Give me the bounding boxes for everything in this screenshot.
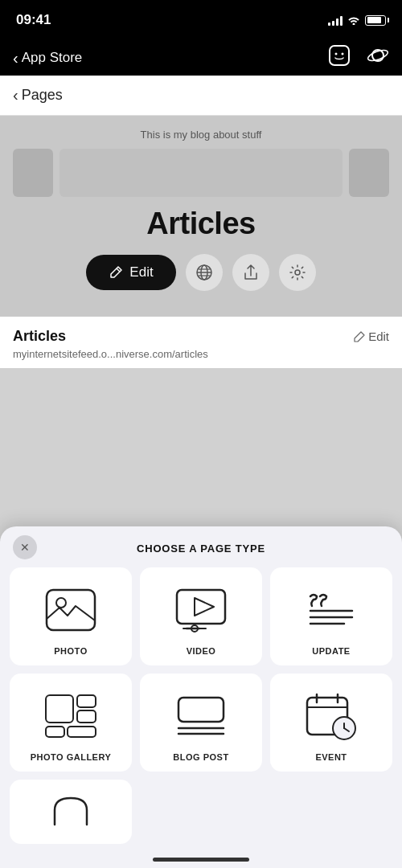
sheet-header: ✕ CHOOSE A PAGE TYPE	[0, 526, 402, 567]
page-title: Articles	[146, 207, 255, 241]
page-type-event[interactable]: EVENT	[270, 674, 392, 772]
svg-point-12	[56, 598, 66, 608]
page-info-row: Articles Edit myinternetsitefeed.o...niv…	[0, 317, 402, 368]
svg-point-1	[335, 53, 338, 55]
header-img-center	[59, 149, 343, 197]
blog-post-type-icon	[169, 688, 233, 744]
globe-button[interactable]	[186, 254, 223, 291]
gear-icon	[289, 264, 306, 281]
photo-label: PHOTO	[54, 646, 87, 656]
status-icons	[328, 14, 386, 26]
status-bar: 09:41	[0, 0, 402, 40]
page-actions: Edit	[86, 254, 315, 291]
photo-gallery-label: PHOTO GALLERY	[31, 752, 112, 762]
back-label: App Store	[22, 50, 83, 66]
edit-small-icon	[354, 331, 365, 342]
bottom-sheet: ✕ CHOOSE A PAGE TYPE PHOTO	[0, 526, 402, 868]
photo-gallery-type-icon	[39, 688, 103, 744]
svg-rect-26	[68, 727, 96, 737]
svg-rect-22	[46, 695, 73, 723]
settings-button[interactable]	[279, 254, 316, 291]
page-type-photo-gallery[interactable]: PHOTO GALLERY	[10, 674, 132, 772]
page-preview: This is my blog about stuff Articles Edi…	[0, 116, 402, 317]
pages-nav: ‹ Pages	[0, 76, 402, 116]
share-button[interactable]	[232, 254, 269, 291]
svg-rect-27	[178, 698, 224, 722]
svg-rect-0	[330, 46, 349, 65]
store-type-icon-partial	[47, 794, 95, 829]
edit-button[interactable]: Edit	[86, 255, 175, 290]
home-indicator	[153, 858, 249, 862]
page-info-url: myinternetsitefeed.o...niverse.com/artic…	[13, 348, 389, 360]
edit-pencil-icon	[109, 265, 123, 280]
page-type-update[interactable]: UPDATE	[270, 567, 392, 665]
share-icon	[243, 264, 259, 281]
svg-point-2	[342, 53, 344, 55]
pages-chevron-icon: ‹	[13, 86, 18, 104]
pages-nav-label: Pages	[22, 87, 63, 104]
header-img-left	[13, 149, 53, 197]
signal-bars-icon	[328, 14, 343, 26]
update-label: UPDATE	[312, 646, 350, 656]
planet-icon[interactable]	[367, 44, 389, 72]
status-time: 09:41	[16, 12, 51, 28]
battery-icon	[365, 15, 386, 26]
close-icon: ✕	[20, 541, 30, 554]
sheet-title: CHOOSE A PAGE TYPE	[137, 542, 265, 555]
back-chevron-icon: ‹	[13, 50, 18, 66]
page-info-name: Articles	[13, 328, 66, 345]
face-icon[interactable]	[328, 44, 351, 72]
wifi-icon	[347, 15, 360, 25]
svg-rect-24	[77, 710, 96, 723]
svg-rect-13	[177, 590, 225, 624]
edit-button-label: Edit	[129, 264, 153, 280]
sheet-close-button[interactable]: ✕	[13, 535, 37, 559]
pages-back-button[interactable]: ‹ Pages	[13, 86, 63, 104]
event-type-icon	[299, 688, 363, 744]
page-info-edit-label: Edit	[368, 330, 389, 343]
video-type-icon	[169, 582, 233, 638]
page-header-images	[13, 149, 389, 197]
blog-post-label: BLOG POST	[173, 752, 228, 762]
svg-rect-11	[47, 590, 95, 630]
svg-rect-25	[46, 727, 64, 737]
page-type-grid: PHOTO VIDEO	[0, 567, 402, 772]
page-info-edit-button[interactable]: Edit	[354, 330, 389, 343]
page-subtitle: This is my blog about stuff	[141, 129, 262, 141]
svg-marker-14	[195, 598, 214, 616]
sheet-partial-row	[0, 772, 402, 844]
event-label: EVENT	[315, 752, 347, 762]
app-store-back-button[interactable]: ‹ App Store	[13, 50, 82, 66]
svg-rect-23	[77, 695, 96, 707]
photo-type-icon	[39, 582, 103, 638]
nav-right-icons	[328, 44, 389, 72]
page-type-blog-post[interactable]: BLOG POST	[140, 674, 262, 772]
nav-bar: ‹ App Store	[0, 40, 402, 76]
page-type-video[interactable]: VIDEO	[140, 567, 262, 665]
page-type-photo[interactable]: PHOTO	[10, 567, 132, 665]
update-type-icon	[299, 582, 363, 638]
page-type-store-partial[interactable]	[10, 780, 132, 844]
page-info-name-row: Articles Edit	[13, 328, 389, 345]
header-img-right	[349, 149, 389, 197]
svg-point-10	[295, 270, 300, 275]
globe-icon	[195, 264, 213, 281]
video-label: VIDEO	[187, 646, 216, 656]
phone-screen: ‹ Pages This is my blog about stuff Arti…	[0, 76, 402, 868]
